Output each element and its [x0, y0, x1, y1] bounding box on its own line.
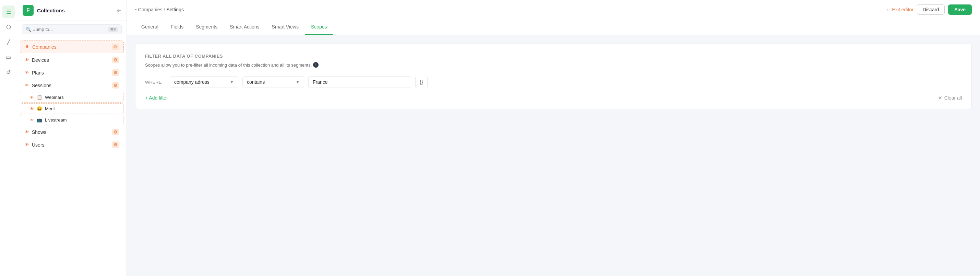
sidebar: F Collections ⇤ 🔍 ⌘K 👁 Companies ⚙ 👁 Dev…: [17, 0, 127, 276]
tab-segments[interactable]: Segments: [189, 19, 224, 35]
tab-general[interactable]: General: [135, 19, 165, 35]
nav-chart-icon[interactable]: ╱: [2, 36, 15, 48]
nav-chat-icon[interactable]: ▭: [2, 51, 15, 63]
sidebar-item-shows[interactable]: 👁 Shows ⚙: [20, 126, 124, 138]
sidebar-label-livestream: Livestream: [45, 117, 67, 123]
main-header: ▪ Companies / Settings ← Exit editor Dis…: [127, 0, 980, 19]
breadcrumb-separator: /: [164, 7, 165, 12]
gear-icon-devices[interactable]: ⚙: [112, 57, 119, 63]
breadcrumb-page: Settings: [166, 7, 184, 12]
header-actions: ← Exit editor Discard Save: [886, 5, 972, 15]
clear-all-label: Clear all: [944, 95, 962, 101]
meet-emoji: 😀: [37, 106, 42, 111]
search-box: 🔍 ⌘K: [22, 24, 122, 34]
main-content: ▪ Companies / Settings ← Exit editor Dis…: [127, 0, 980, 276]
eye-icon-plans: 👁: [25, 70, 29, 75]
filter-title: FILTER ALL DATA OF COMPANIES: [145, 54, 962, 59]
save-button[interactable]: Save: [948, 5, 972, 15]
main-content-area: FILTER ALL DATA OF COMPANIES Scopes allo…: [127, 35, 980, 276]
sidebar-title: Collections: [37, 8, 116, 13]
sidebar-item-meet[interactable]: 👁 😀 Meet: [20, 103, 124, 114]
clear-all-button[interactable]: ✕ Clear all: [938, 95, 962, 101]
operator-select-value: contains: [247, 79, 265, 85]
field-select[interactable]: company adress ▼: [170, 76, 238, 88]
eye-icon-shows: 👁: [25, 129, 29, 134]
sidebar-label-users: Users: [32, 142, 110, 148]
gear-icon-companies[interactable]: ⚙: [112, 44, 119, 50]
bracket-button[interactable]: {}: [415, 76, 428, 88]
app-logo: F: [22, 5, 33, 16]
sidebar-item-webinars[interactable]: 👁 📋 Webinars: [20, 92, 124, 103]
eye-icon-meet: 👁: [30, 107, 34, 111]
sidebar-item-devices[interactable]: 👁 Devices ⚙: [20, 54, 124, 66]
sidebar-label-plans: Plans: [32, 70, 110, 75]
filter-footer: + Add filter ✕ Clear all: [145, 95, 962, 101]
sidebar-label-devices: Devices: [32, 57, 110, 63]
webinars-emoji: 📋: [37, 95, 42, 100]
sidebar-item-companies[interactable]: 👁 Companies ⚙: [20, 40, 124, 53]
tab-fields[interactable]: Fields: [165, 19, 189, 35]
back-arrow-icon: ←: [886, 7, 891, 12]
filter-desc-text: Scopes allow you to pre-filter all incom…: [145, 62, 312, 68]
eye-icon-users: 👁: [25, 142, 29, 147]
sidebar-label-webinars: Webinars: [45, 95, 64, 100]
sidebar-label-companies: Companies: [32, 44, 109, 50]
tab-smart-views[interactable]: Smart Views: [266, 19, 305, 35]
field-select-value: company adress: [174, 79, 210, 85]
sidebar-item-users[interactable]: 👁 Users ⚙: [20, 139, 124, 151]
operator-chevron-icon: ▼: [296, 80, 300, 85]
eye-icon-webinars: 👁: [30, 95, 34, 100]
tab-smart-actions[interactable]: Smart Actions: [224, 19, 266, 35]
gear-icon-users[interactable]: ⚙: [112, 142, 119, 148]
gear-icon-shows[interactable]: ⚙: [112, 129, 119, 135]
sidebar-header: F Collections ⇤: [17, 0, 127, 21]
sidebar-search-area: 🔍 ⌘K: [17, 21, 127, 38]
filter-value-input[interactable]: [308, 76, 411, 88]
breadcrumb: ▪ Companies / Settings: [135, 7, 184, 12]
breadcrumb-collection[interactable]: Companies: [138, 7, 162, 12]
sidebar-label-meet: Meet: [45, 106, 55, 111]
discard-button[interactable]: Discard: [917, 5, 945, 15]
livestream-emoji: 📺: [37, 117, 42, 123]
nav-history-icon[interactable]: ↺: [2, 66, 15, 78]
filter-description: Scopes allow you to pre-filter all incom…: [145, 62, 962, 68]
sidebar-collapse-button[interactable]: ⇤: [116, 7, 121, 14]
info-icon: i: [313, 62, 318, 68]
filter-card: FILTER ALL DATA OF COMPANIES Scopes allo…: [135, 44, 972, 109]
gear-icon-sessions[interactable]: ⚙: [112, 82, 119, 89]
eye-icon-devices: 👁: [25, 57, 29, 62]
search-icon: 🔍: [26, 27, 31, 32]
filter-row: WHERE company adress ▼ contains ▼ {}: [145, 76, 962, 88]
search-input[interactable]: [33, 27, 106, 32]
sidebar-item-sessions[interactable]: 👁 Sessions ⚙: [20, 79, 124, 91]
nav-puzzle-icon[interactable]: ⬡: [2, 21, 15, 33]
icon-bar: ☰ ⬡ ╱ ▭ ↺: [0, 0, 17, 276]
exit-editor-label: Exit editor: [892, 7, 913, 12]
clear-x-icon: ✕: [938, 95, 942, 101]
tabs-bar: General Fields Segments Smart Actions Sm…: [127, 19, 980, 35]
eye-icon-livestream: 👁: [30, 118, 34, 123]
sidebar-label-sessions: Sessions: [32, 83, 110, 88]
add-filter-button[interactable]: + Add filter: [145, 95, 168, 101]
gear-icon-plans[interactable]: ⚙: [112, 69, 119, 76]
sidebar-label-shows: Shows: [32, 129, 110, 135]
sidebar-item-livestream[interactable]: 👁 📺 Livestream: [20, 115, 124, 125]
tab-scopes[interactable]: Scopes: [305, 19, 333, 35]
sidebar-nav: 👁 Companies ⚙ 👁 Devices ⚙ 👁 Plans ⚙ 👁 Se…: [17, 38, 127, 276]
nav-list-icon[interactable]: ☰: [2, 5, 15, 18]
where-label: WHERE: [145, 80, 165, 85]
field-chevron-icon: ▼: [230, 80, 234, 85]
operator-select[interactable]: contains ▼: [242, 76, 304, 88]
search-shortcut: ⌘K: [108, 27, 118, 32]
exit-editor-button[interactable]: ← Exit editor: [886, 7, 913, 12]
eye-icon-sessions: 👁: [25, 83, 29, 88]
sidebar-item-plans[interactable]: 👁 Plans ⚙: [20, 67, 124, 78]
breadcrumb-icon: ▪: [135, 7, 137, 12]
eye-icon-companies: 👁: [25, 44, 30, 49]
